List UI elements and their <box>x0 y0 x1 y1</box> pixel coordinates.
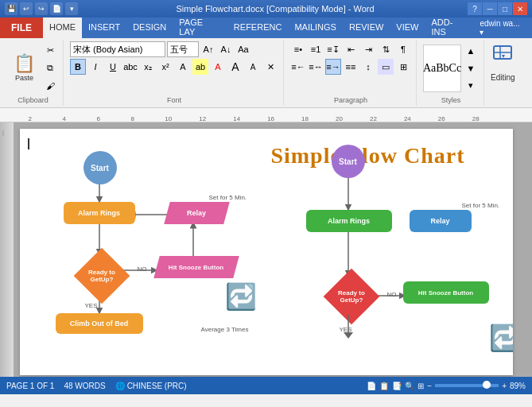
zoom-out-button[interactable]: − <box>427 382 432 390</box>
minimize-button[interactable]: ─ <box>483 2 497 15</box>
tab-references[interactable]: REFERENC <box>227 17 289 38</box>
tab-page-layout[interactable]: PAGE LAY <box>173 17 227 38</box>
font-size-a-small[interactable]: A <box>245 59 261 75</box>
tab-insert[interactable]: INSERT <box>82 17 126 38</box>
left-margin: | <box>0 122 14 377</box>
close-button[interactable]: ✕ <box>513 2 527 15</box>
shape-relay-right[interactable]: Relay <box>410 210 472 232</box>
note-set-5min-right: Set for 5 Min. <box>462 202 500 209</box>
show-marks-button[interactable]: ¶ <box>395 41 411 57</box>
view-mode-1[interactable]: 📄 <box>367 382 376 390</box>
styles-gallery[interactable]: AaBbCc <box>423 45 461 92</box>
tab-design[interactable]: DESIGN <box>126 17 173 38</box>
title-bar-quick-access[interactable]: 💾 ↩ ↪ 📄 ▾ <box>5 2 78 15</box>
copy-button[interactable]: ⧉ <box>42 60 58 76</box>
shape-relay-left[interactable]: Relay <box>164 202 230 224</box>
view-mode-3[interactable]: 📑 <box>392 382 402 390</box>
shape-start-right[interactable]: Start <box>332 145 365 178</box>
underline-button[interactable]: U <box>105 59 121 75</box>
tab-mailings[interactable]: MAILINGS <box>288 17 343 38</box>
print-preview-icon[interactable]: 📄 <box>50 2 63 15</box>
shape-ready-left[interactable]: Ready toGetUp? <box>73 248 130 304</box>
change-case-button[interactable]: Aa <box>235 41 251 57</box>
bold-button[interactable]: B <box>70 59 86 75</box>
page-info: PAGE 1 OF 1 <box>6 382 54 390</box>
flowchart-title: Simple Flow Chart <box>270 143 464 169</box>
editing-group: Editing <box>486 40 520 106</box>
view-mode-4[interactable]: 🔍 <box>405 382 414 390</box>
numbering-button[interactable]: ≡1 <box>308 41 324 57</box>
italic-button[interactable]: I <box>87 59 103 75</box>
redo-icon[interactable]: ↪ <box>35 2 48 15</box>
borders-button[interactable]: ⊞ <box>395 59 411 75</box>
decrease-font-button[interactable]: A↓ <box>218 41 234 57</box>
undo-icon[interactable]: ↩ <box>20 2 33 15</box>
shading-button[interactable]: ▭ <box>378 59 394 75</box>
align-left-button[interactable]: ≡← <box>290 59 306 75</box>
document-area[interactable]: | Simple Flow Chart <box>0 122 532 377</box>
font-color-button[interactable]: A <box>210 59 226 75</box>
styles-scroll-down[interactable]: ▼ <box>463 60 479 76</box>
increase-font-button[interactable]: A↑ <box>200 41 216 57</box>
user-account[interactable]: edwin wa... ▾ <box>473 17 532 38</box>
shape-start-left[interactable]: Start <box>83 151 117 184</box>
note-yes-left: YES <box>85 302 98 309</box>
format-painter-button[interactable]: 🖌 <box>42 78 58 94</box>
word-count-label: 48 WORDS <box>64 382 105 390</box>
font-size-input[interactable] <box>167 41 199 57</box>
styles-scroll-up[interactable]: ▲ <box>463 43 479 59</box>
font-label: Font <box>167 95 181 104</box>
cut-button[interactable]: ✂ <box>42 43 58 59</box>
maximize-button[interactable]: □ <box>498 2 512 15</box>
highlight-button[interactable]: ab <box>192 59 208 75</box>
bullets-button[interactable]: ≡• <box>290 41 306 57</box>
zoom-in-button[interactable]: + <box>502 382 507 390</box>
clear-format-button[interactable]: ✕ <box>262 59 278 75</box>
word-count: 48 WORDS <box>64 382 105 390</box>
svg-marker-3 <box>502 55 505 58</box>
shape-snooze-left[interactable]: Hit Snooze Button <box>153 256 239 278</box>
multilevel-list-button[interactable]: ≡↧ <box>325 41 341 57</box>
line-spacing-button[interactable]: ↕ <box>360 59 376 75</box>
strikethrough-button[interactable]: abc <box>122 59 138 75</box>
help-button[interactable]: ? <box>468 2 482 15</box>
language-label: 🌐 <box>115 382 125 390</box>
save-icon[interactable]: 💾 <box>5 2 17 15</box>
window-controls[interactable]: ? ─ □ ✕ <box>468 2 527 15</box>
align-center-button[interactable]: ≡↔ <box>308 59 324 75</box>
increase-indent-button[interactable]: ⇥ <box>360 41 376 57</box>
status-bar: PAGE 1 OF 1 48 WORDS 🌐 CHINESE (PRC) 📄 📋… <box>0 377 532 394</box>
align-right-button[interactable]: ≡→ <box>325 59 341 75</box>
subscript-button[interactable]: x₂ <box>140 59 156 75</box>
tab-file[interactable]: FILE <box>0 17 43 38</box>
font-name-input[interactable] <box>70 41 165 57</box>
decrease-indent-button[interactable]: ⇤ <box>343 41 359 57</box>
view-mode-2[interactable]: 📋 <box>379 382 389 390</box>
editing-label: Editing <box>491 73 515 82</box>
note-set-5min-left: Set for 5 Min. <box>209 194 247 201</box>
tab-review[interactable]: REVIEW <box>343 17 390 38</box>
document-page[interactable]: Simple Flow Chart <box>20 129 513 375</box>
sort-button[interactable]: ⇅ <box>378 41 394 57</box>
font-size-a-big[interactable]: A <box>227 59 243 75</box>
shape-alarm-left[interactable]: Alarm Rings <box>64 202 135 224</box>
text-cursor <box>28 138 29 149</box>
tab-addins[interactable]: ADD-INS <box>425 17 473 38</box>
text-effects-button[interactable]: A <box>175 59 191 75</box>
paste-button[interactable]: 📋 Paste <box>8 51 41 86</box>
language-value: CHINESE (PRC) <box>127 382 187 390</box>
arrow-down-right <box>330 315 354 339</box>
customize-icon[interactable]: ▾ <box>65 2 78 15</box>
shape-alarm-right[interactable]: Alarm Rings <box>306 210 392 232</box>
zoom-control[interactable]: 📄 📋 📑 🔍 ⊞ − + 89% <box>367 382 526 390</box>
shape-snooze-right[interactable]: Hit Snooze Button <box>403 281 489 304</box>
zoom-slider-thumb[interactable] <box>483 381 491 389</box>
tab-home[interactable]: HOME <box>43 17 82 38</box>
justify-button[interactable]: ≡≡ <box>343 59 359 75</box>
shape-climb-left[interactable]: Climb Out of Bed <box>56 313 143 334</box>
superscript-button[interactable]: x² <box>157 59 173 75</box>
styles-expand[interactable]: ▾ <box>463 78 479 94</box>
zoom-slider[interactable] <box>435 384 499 387</box>
tab-view[interactable]: VIEW <box>390 17 425 38</box>
view-mode-5[interactable]: ⊞ <box>417 382 424 390</box>
